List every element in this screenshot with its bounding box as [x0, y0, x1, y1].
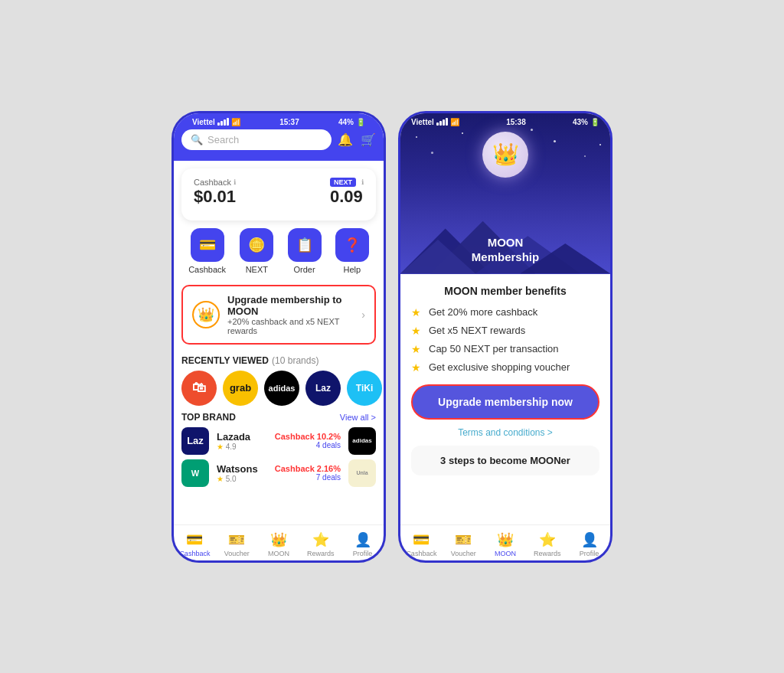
- benefit-star-2: ★: [411, 325, 421, 337]
- action-help-icon: ❓: [335, 228, 369, 262]
- carrier-2: Viettel: [411, 118, 434, 126]
- carrier-1: Viettel: [192, 118, 215, 126]
- next-label: NEXT ℹ: [330, 178, 364, 187]
- brands-row: 🛍 grab adidas Laz TiKi: [174, 371, 384, 406]
- action-order[interactable]: 📋 Order: [288, 228, 322, 274]
- nav-voucher-icon-1: 🎫: [228, 531, 245, 548]
- moon-circle: 👑: [482, 132, 528, 178]
- benefit-star-3: ★: [411, 343, 421, 355]
- header-icons: 🔔 🛒: [338, 132, 376, 147]
- wifi-icon-1: 📶: [231, 118, 240, 126]
- benefit-4: ★ Get exclusive shopping voucher: [411, 361, 599, 374]
- nav-profile-icon-1: 👤: [354, 531, 371, 548]
- signal-bar: [439, 121, 442, 126]
- star-dot: [554, 140, 556, 142]
- cashback-card: Cashback ℹ $0.01 NEXT ℹ 0.09: [181, 168, 376, 221]
- signal-bars-2: [436, 118, 448, 126]
- watsons-logo-small: W: [181, 459, 209, 487]
- nav-cashback-label-2: Cashback: [406, 550, 436, 557]
- upgrade-arrow-icon: ›: [361, 309, 365, 321]
- bottom-nav-2: 💳 Cashback 🎫 Voucher 👑 MOON ⭐ Rewards 👤 …: [400, 524, 610, 560]
- view-all-link[interactable]: View all >: [340, 413, 376, 422]
- benefit-1: ★ Get 20% more cashback: [411, 306, 599, 319]
- time-1: 15:37: [279, 118, 299, 126]
- upgrade-title: Upgrade membership to MOON: [227, 294, 354, 317]
- nav-moon-2[interactable]: 👑 MOON: [485, 531, 527, 557]
- nav-voucher-2[interactable]: 🎫 Voucher: [443, 531, 485, 557]
- battery-2: 43%: [573, 118, 588, 126]
- membership-title: MOON Membership: [400, 235, 610, 265]
- signal-bar: [224, 119, 226, 126]
- notification-icon[interactable]: 🔔: [338, 132, 353, 147]
- brand-tiki[interactable]: TiKi: [347, 371, 382, 406]
- nav-cashback-2[interactable]: 💳 Cashback: [400, 531, 443, 557]
- screen-2: Viettel 📶 15:38 43% 🔋 👑: [398, 111, 612, 563]
- benefit-text-2: Get x5 NEXT rewards: [429, 325, 525, 336]
- search-bar[interactable]: 🔍 Search: [181, 129, 332, 150]
- recently-viewed-section: RECENTLY VIEWED (10 brands): [181, 355, 376, 366]
- nav-cashback-icon-1: 💳: [186, 531, 203, 548]
- brand-item-watsons[interactable]: W Watsons ★ 5.0 Cashback 2.16% 7 deals U…: [181, 459, 376, 487]
- nav-voucher-label-1: Voucher: [224, 550, 250, 557]
- adidas-logo: adidas: [269, 384, 296, 393]
- cashback-amount: $0.01: [194, 187, 236, 207]
- benefits-title: MOON member benefits: [411, 285, 599, 297]
- upgrade-banner[interactable]: 👑 Upgrade membership to MOON +20% cashba…: [181, 285, 376, 345]
- lazada-rating: ★ 4.9: [217, 443, 267, 451]
- star-dot: [584, 155, 586, 157]
- status-left-1: Viettel 📶: [192, 118, 240, 126]
- unilever-side-logo: Unla: [348, 459, 376, 487]
- nav-rewards-1[interactable]: ⭐ Rewards: [299, 531, 341, 557]
- screen-1: Viettel 📶 15:37 44% 🔋 🔍: [172, 111, 386, 563]
- nav-rewards-2[interactable]: ⭐ Rewards: [526, 531, 568, 557]
- nav-profile-2[interactable]: 👤 Profile: [568, 531, 610, 557]
- brand-list: Laz Lazada ★ 4.9 Cashback 10.2% 4 deals …: [174, 427, 384, 487]
- action-cashback[interactable]: 💳 Cashback: [188, 228, 226, 274]
- battery-icon-2: 🔋: [590, 118, 599, 126]
- info-icon-next: ℹ: [361, 178, 364, 186]
- action-next[interactable]: 🪙 NEXT: [240, 228, 273, 274]
- signal-bars-1: [217, 118, 229, 126]
- lazada-name: Lazada: [217, 431, 267, 443]
- nav-rewards-icon-2: ⭐: [539, 531, 556, 548]
- nav-voucher-1[interactable]: 🎫 Voucher: [216, 531, 258, 557]
- steps-title: 3 steps to become MOONer: [420, 455, 590, 466]
- nav-voucher-label-2: Voucher: [451, 550, 476, 557]
- time-2: 15:38: [506, 118, 526, 126]
- nav-profile-1[interactable]: 👤 Profile: [341, 531, 384, 557]
- action-order-icon: 📋: [288, 228, 322, 262]
- status-left-2: Viettel 📶: [411, 118, 459, 126]
- brand-adidas[interactable]: adidas: [264, 371, 299, 406]
- nav-profile-icon-2: 👤: [581, 531, 598, 548]
- nav-cashback-1[interactable]: 💳 Cashback: [174, 531, 216, 557]
- upgrade-membership-button[interactable]: Upgrade membership now: [411, 384, 599, 420]
- top-brand-label: TOP BRAND: [181, 412, 236, 423]
- battery-1: 44%: [338, 118, 354, 126]
- brand-lazada[interactable]: Laz: [305, 371, 341, 406]
- lazada-logo: Laz: [315, 383, 331, 394]
- nav-moon-1[interactable]: 👑 MOON: [258, 531, 300, 557]
- recently-viewed-count: (10 brands): [272, 355, 318, 366]
- watsons-rating: ★ 5.0: [217, 475, 267, 483]
- search-row: 🔍 Search 🔔 🛒: [181, 129, 376, 150]
- terms-link[interactable]: Terms and conditions >: [411, 427, 599, 438]
- nav-rewards-label-1: Rewards: [307, 550, 335, 557]
- brand-item-lazada[interactable]: Laz Lazada ★ 4.9 Cashback 10.2% 4 deals …: [181, 427, 376, 455]
- grab-logo: grab: [230, 382, 251, 394]
- action-help[interactable]: ❓ Help: [335, 228, 369, 274]
- action-help-label: Help: [344, 265, 361, 274]
- action-cashback-label: Cashback: [188, 265, 226, 274]
- benefit-text-1: Get 20% more cashback: [429, 306, 537, 318]
- steps-card: 3 steps to become MOONer: [411, 446, 599, 475]
- signal-bar: [436, 123, 439, 126]
- action-cashback-icon: 💳: [191, 228, 224, 262]
- cart-icon[interactable]: 🛒: [361, 132, 376, 147]
- status-right-1: 44% 🔋: [338, 118, 365, 126]
- brand-grab[interactable]: grab: [223, 371, 258, 406]
- brand-shopee[interactable]: 🛍: [181, 371, 217, 406]
- bottom-nav-1: 💳 Cashback 🎫 Voucher 👑 MOON ⭐ Rewards 👤 …: [174, 524, 384, 560]
- info-icon-cashback: ℹ: [234, 178, 236, 186]
- nav-rewards-icon-1: ⭐: [312, 531, 329, 548]
- benefit-2: ★ Get x5 NEXT rewards: [411, 325, 599, 337]
- watsons-deals: 7 deals: [275, 473, 341, 482]
